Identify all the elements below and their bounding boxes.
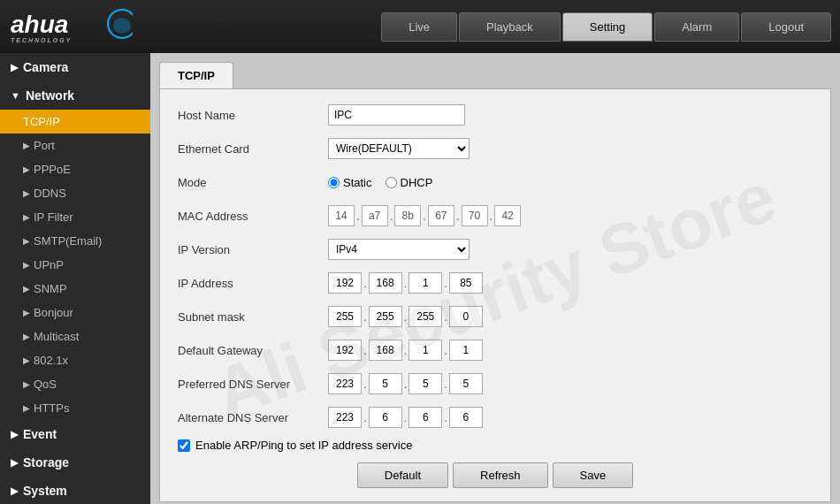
- tab-setting[interactable]: Setting: [562, 12, 653, 42]
- port-arrow-icon: ▶: [23, 141, 30, 150]
- alternate-dns-label: Alternate DNS Server: [178, 411, 328, 424]
- ip-seg-2[interactable]: [409, 272, 442, 294]
- sidebar-item-pppoe[interactable]: ▶ PPPoE: [0, 157, 150, 181]
- mac-dot-1: .: [390, 210, 393, 223]
- adns-seg-3[interactable]: [449, 407, 483, 428]
- mode-dhcp-label[interactable]: DHCP: [386, 176, 433, 189]
- sidebar-item-smtp[interactable]: ▶ SMTP(Email): [0, 229, 150, 253]
- logo-text: ahua TECHNOLOGY: [9, 4, 141, 50]
- system-arrow-icon: ▶: [11, 485, 18, 497]
- mac-dot-2: .: [423, 210, 426, 223]
- gateway-dot-0: .: [363, 344, 367, 357]
- pppoe-label: PPPoE: [34, 163, 71, 176]
- ip-dot-2: .: [444, 277, 447, 290]
- gateway-seg-2[interactable]: [409, 340, 442, 361]
- ip-seg-1[interactable]: [369, 272, 402, 294]
- arp-ping-label: Enable ARP/Ping to set IP address servic…: [195, 439, 412, 452]
- sidebar-item-ddns[interactable]: ▶ DDNS: [0, 181, 150, 205]
- sidebar-section-network[interactable]: ▼ Network: [0, 81, 150, 110]
- nav-tabs: Live Playback Setting Alarm Logout: [381, 12, 831, 42]
- default-gateway-label: Default Gateway: [178, 344, 328, 357]
- adns-seg-0[interactable]: [328, 407, 362, 428]
- host-name-input[interactable]: [328, 104, 465, 126]
- adns-dot-0: .: [363, 411, 367, 424]
- arp-ping-checkbox[interactable]: [178, 439, 190, 452]
- sidebar-item-multicast[interactable]: ▶ Multicast: [0, 325, 150, 348]
- pdns-seg-1[interactable]: [369, 373, 402, 394]
- sidebar-section-camera[interactable]: ▶ Camera: [0, 53, 150, 81]
- sidebar-item-https[interactable]: ▶ HTTPs: [0, 396, 150, 420]
- button-row: Default Refresh Save: [178, 462, 813, 488]
- pdns-seg-2[interactable]: [409, 373, 442, 394]
- sidebar-section-event-label: Event: [23, 427, 57, 441]
- gateway-dot-2: .: [444, 344, 447, 357]
- tcp-ip-label: TCP/IP: [23, 115, 60, 128]
- tab-tcp-ip[interactable]: TCP/IP: [159, 62, 233, 88]
- alternate-dns-control: . . .: [328, 407, 483, 428]
- default-button[interactable]: Default: [357, 462, 448, 488]
- smtp-label: SMTP(Email): [34, 234, 102, 248]
- https-arrow-icon: ▶: [23, 403, 30, 413]
- sidebar-item-qos[interactable]: ▶ QoS: [0, 372, 150, 396]
- sidebar-section-storage[interactable]: ▶ Storage: [0, 448, 150, 477]
- sidebar-item-port[interactable]: ▶ Port: [0, 134, 150, 157]
- tab-playback[interactable]: Playback: [459, 12, 561, 42]
- sidebar-item-ip-filter[interactable]: ▶ IP Filter: [0, 205, 150, 229]
- ip-seg-0[interactable]: [328, 272, 362, 294]
- header: ahua TECHNOLOGY Live Playback Setting Al…: [0, 0, 840, 53]
- sidebar-section-event[interactable]: ▶ Event: [0, 420, 150, 448]
- mac-dot-3: .: [456, 210, 460, 223]
- sidebar-item-bonjour[interactable]: ▶ Bonjour: [0, 301, 150, 325]
- mode-static-label[interactable]: Static: [328, 176, 372, 189]
- mac-address-label: MAC Address: [178, 210, 328, 223]
- adns-seg-2[interactable]: [409, 407, 442, 428]
- tab-live[interactable]: Live: [381, 12, 457, 42]
- subnet-seg-1[interactable]: [369, 306, 402, 327]
- subnet-seg-3[interactable]: [449, 306, 483, 327]
- pdns-seg-0[interactable]: [328, 373, 362, 394]
- mode-dhcp-radio[interactable]: [386, 177, 397, 188]
- ethernet-card-select[interactable]: Wire(DEFAULT) Wireless: [328, 138, 470, 159]
- subnet-seg-0[interactable]: [328, 306, 362, 327]
- ip-version-select[interactable]: IPv4 IPv6: [328, 239, 470, 260]
- tab-alarm[interactable]: Alarm: [654, 12, 739, 42]
- camera-arrow-icon: ▶: [11, 62, 18, 73]
- sidebar-section-system[interactable]: ▶ System: [0, 477, 150, 504]
- ip-address-control: . . .: [328, 272, 483, 294]
- ip-seg-3[interactable]: [449, 272, 483, 294]
- gateway-seg-3[interactable]: [449, 340, 483, 361]
- refresh-button[interactable]: Refresh: [453, 462, 548, 488]
- sidebar-item-8021x[interactable]: ▶ 802.1x: [0, 348, 150, 372]
- preferred-dns-label: Preferred DNS Server: [178, 378, 328, 391]
- gateway-dot-1: .: [404, 344, 408, 357]
- sidebar-item-upnp[interactable]: ▶ UPnP: [0, 253, 150, 277]
- subnet-dot-1: .: [404, 310, 408, 324]
- sidebar-item-snmp[interactable]: ▶ SNMP: [0, 277, 150, 301]
- adns-dot-2: .: [444, 411, 447, 424]
- save-button[interactable]: Save: [553, 462, 634, 488]
- pdns-dot-1: .: [404, 378, 408, 391]
- adns-seg-1[interactable]: [369, 407, 402, 428]
- bonjour-label: Bonjour: [34, 306, 73, 319]
- storage-arrow-icon: ▶: [11, 457, 18, 469]
- subnet-seg-2[interactable]: [409, 306, 442, 327]
- mode-static-radio[interactable]: [328, 177, 340, 188]
- preferred-dns-control: . . .: [328, 373, 483, 394]
- qos-arrow-icon: ▶: [23, 379, 30, 389]
- tab-logout[interactable]: Logout: [741, 12, 831, 42]
- sidebar-section-camera-label: Camera: [23, 60, 68, 74]
- mode-static-text: Static: [343, 176, 372, 189]
- ip-dot-0: .: [363, 277, 367, 290]
- mode-row: Mode Static DHCP: [178, 170, 813, 195]
- mac-seg-4: [462, 205, 488, 226]
- https-label: HTTPs: [34, 401, 69, 415]
- snmp-arrow-icon: ▶: [23, 284, 30, 294]
- sidebar: ▶ Camera ▼ Network TCP/IP ▶ Port ▶ PPPoE…: [0, 53, 150, 504]
- snmp-label: SNMP: [34, 282, 67, 295]
- gateway-seg-1[interactable]: [369, 340, 402, 361]
- gateway-seg-0[interactable]: [328, 340, 362, 361]
- sidebar-item-tcp-ip[interactable]: TCP/IP: [0, 110, 150, 134]
- host-name-control: [328, 104, 465, 126]
- pdns-seg-3[interactable]: [449, 373, 483, 394]
- 8021x-arrow-icon: ▶: [23, 355, 30, 365]
